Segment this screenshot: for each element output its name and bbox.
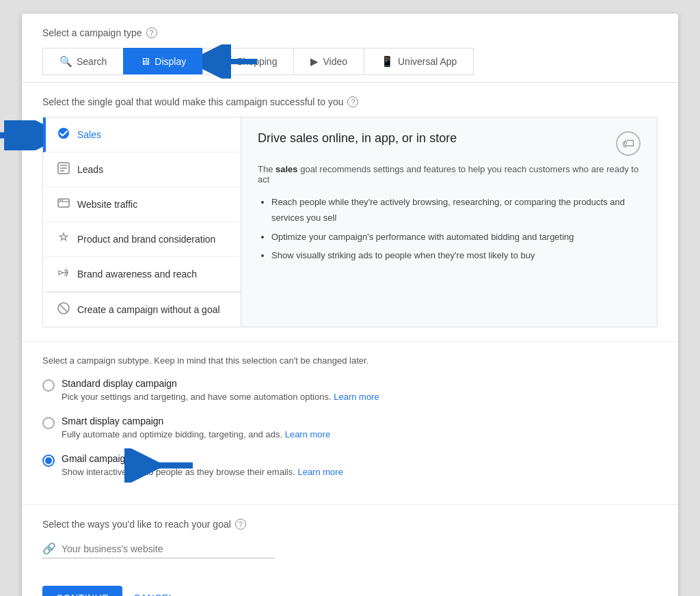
tab-video[interactable]: ▶ Video: [293, 48, 364, 75]
standard-learn-more[interactable]: Learn more: [334, 392, 379, 402]
reach-section: Select the ways you'd like to reach your…: [22, 504, 678, 572]
universal-app-tab-label: Universal App: [398, 56, 457, 67]
standard-option-content: Standard display campaign Pick your sett…: [62, 378, 379, 402]
business-website-input[interactable]: [62, 543, 275, 554]
gmail-arrow-annotation: [124, 448, 200, 483]
shopping-tab-icon: 🛒: [219, 55, 232, 68]
smart-desc: Fully automate and optimize bidding, tar…: [62, 429, 282, 439]
tab-search[interactable]: 🔍 Search: [42, 48, 123, 75]
gmail-label: Gmail campaign: [62, 453, 343, 464]
goal-bullet-2: Optimize your campaign's performance wit…: [271, 229, 641, 245]
goal-detail-desc: The sales goal recommends settings and f…: [258, 164, 641, 185]
brand-reach-label: Brand awareness and reach: [77, 269, 197, 280]
universal-app-tab-icon: 📱: [381, 55, 394, 68]
url-input-wrapper: 🔗: [42, 539, 275, 558]
goal-help-icon[interactable]: ?: [347, 96, 358, 107]
product-brand-icon: [57, 232, 70, 247]
subtype-smart: Smart display campaign Fully automate an…: [42, 416, 658, 439]
main-card: Select a campaign type ? 🔍 Search 🖥 Disp…: [22, 14, 678, 596]
goal-title-label: Select the single goal that would make t…: [42, 96, 343, 107]
subtype-desc: Select a campaign subtype. Keep in mind …: [42, 355, 658, 366]
reach-help-icon[interactable]: ?: [235, 519, 246, 530]
no-goal-label: Create a campaign without a goal: [77, 304, 220, 315]
goal-detail-bullets: Reach people while they're actively brow…: [258, 194, 641, 264]
video-tab-icon: ▶: [310, 55, 319, 68]
no-goal-icon: [57, 302, 70, 317]
subtype-gmail: Gmail campaign Show interactive ads to p…: [42, 453, 658, 477]
search-tab-label: Search: [77, 56, 107, 67]
sales-label: Sales: [77, 129, 101, 140]
standard-sublabel: Pick your settings and targeting, and ha…: [62, 392, 379, 402]
goal-detail-title: Drive sales online, in app, or in store …: [258, 131, 641, 156]
brand-reach-icon: [57, 267, 70, 282]
video-tab-label: Video: [323, 56, 347, 67]
tab-universal-app[interactable]: 📱 Universal App: [364, 48, 474, 75]
goal-list: Sales: [43, 118, 241, 327]
tab-shopping[interactable]: 🛒 Shopping: [202, 48, 293, 75]
goal-section-title: Select the single goal that would make t…: [42, 96, 658, 107]
campaign-type-section: Select a campaign type ? 🔍 Search 🖥 Disp…: [22, 14, 678, 83]
sales-item-wrapper: Sales: [43, 118, 241, 152]
standard-label: Standard display campaign: [62, 378, 379, 389]
goal-item-website-traffic[interactable]: Website traffic: [43, 187, 241, 222]
svg-marker-13: [59, 271, 63, 275]
display-tab-icon: 🖥: [140, 55, 150, 67]
goal-detail-panel: Drive sales online, in app, or in store …: [241, 118, 657, 327]
standard-desc: Pick your settings and targeting, and ha…: [62, 392, 332, 402]
cancel-button[interactable]: CANCEL: [133, 593, 174, 596]
goal-item-leads[interactable]: Leads: [43, 152, 241, 187]
campaign-tabs: 🔍 Search 🖥 Display: [42, 48, 658, 75]
smart-learn-more[interactable]: Learn more: [285, 429, 330, 439]
gmail-option-content: Gmail campaign Show interactive ads to p…: [62, 453, 343, 477]
shopping-tab-label: Shopping: [237, 56, 277, 67]
smart-sublabel: Fully automate and optimize bidding, tar…: [62, 429, 330, 439]
gmail-sublabel: Show interactive ads to people as they b…: [62, 467, 343, 477]
gmail-learn-more[interactable]: Learn more: [297, 467, 342, 477]
url-link-icon: 🔗: [42, 542, 56, 555]
goal-item-product-brand[interactable]: Product and brand consideration: [43, 222, 241, 257]
website-traffic-icon: [57, 197, 70, 212]
sales-arrow-annotation: [0, 120, 43, 150]
goal-item-brand-reach[interactable]: Brand awareness and reach: [43, 257, 241, 292]
svg-point-12: [62, 200, 63, 201]
subtype-standard: Standard display campaign Pick your sett…: [42, 378, 658, 402]
campaign-type-help-icon[interactable]: ?: [146, 27, 157, 38]
goal-bullet-1: Reach people while they're actively brow…: [271, 194, 641, 226]
smart-label: Smart display campaign: [62, 416, 330, 426]
goal-bullet-3: Show visually striking ads to people whe…: [271, 247, 641, 263]
gmail-radio[interactable]: [42, 455, 55, 467]
display-tab-wrapper: 🖥 Display: [123, 48, 202, 75]
tab-display[interactable]: 🖥 Display: [123, 48, 202, 74]
goal-section: Select the single goal that would make t…: [22, 83, 678, 341]
website-traffic-label: Website traffic: [77, 199, 137, 210]
svg-line-16: [60, 305, 68, 312]
smart-radio[interactable]: [42, 417, 55, 429]
standard-radio[interactable]: [42, 379, 55, 392]
footer-buttons: CONTINUE CANCEL: [22, 572, 678, 596]
continue-button[interactable]: CONTINUE: [42, 586, 122, 596]
subtype-section: Select a campaign subtype. Keep in mind …: [22, 341, 678, 504]
leads-label: Leads: [77, 164, 103, 175]
reach-title-label: Select the ways you'd like to reach your…: [42, 519, 231, 530]
goal-item-sales[interactable]: Sales: [43, 118, 241, 152]
product-brand-label: Product and brand consideration: [77, 234, 215, 245]
goal-tag-icon: 🏷: [616, 131, 641, 156]
display-tab-label: Display: [154, 56, 186, 67]
goal-layout: Sales: [42, 117, 658, 327]
goal-detail-title-text: Drive sales online, in app, or in store: [258, 131, 457, 146]
campaign-type-title: Select a campaign type ?: [42, 27, 658, 38]
leads-icon: [57, 162, 70, 177]
svg-point-11: [59, 200, 61, 201]
sales-icon: [57, 127, 70, 142]
campaign-type-label: Select a campaign type: [42, 27, 142, 38]
goal-item-no-goal[interactable]: Create a campaign without a goal: [43, 292, 241, 327]
smart-option-content: Smart display campaign Fully automate an…: [62, 416, 330, 439]
search-tab-icon: 🔍: [59, 55, 72, 68]
reach-title: Select the ways you'd like to reach your…: [42, 519, 658, 530]
